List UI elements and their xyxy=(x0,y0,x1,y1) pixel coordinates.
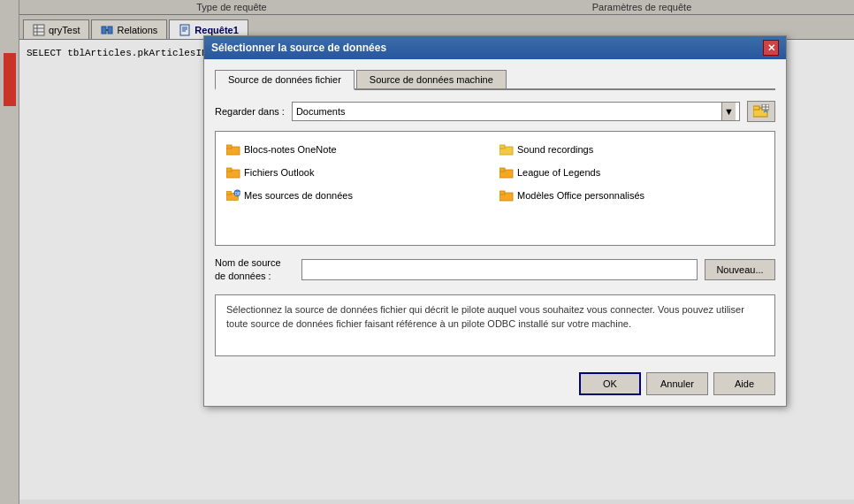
lookin-folder-button[interactable] xyxy=(747,101,775,122)
aide-button[interactable]: Aide xyxy=(713,372,775,395)
dialog-body: Source de données fichier Source de donn… xyxy=(204,59,786,406)
file-item-modeles[interactable]: Modèles Office personnalisés xyxy=(496,185,767,206)
source-name-label: Nom de sourcede données : xyxy=(215,256,294,284)
file-name-fichiers: Fichiers Outlook xyxy=(244,167,314,178)
file-item-league[interactable]: League of Legends xyxy=(496,162,767,183)
select-datasource-dialog: Sélectionner la source de données ✕ Sour… xyxy=(203,35,787,407)
svg-rect-25 xyxy=(226,192,231,195)
svg-rect-23 xyxy=(499,168,505,172)
svg-rect-19 xyxy=(499,145,505,149)
file-item-sound[interactable]: Sound recordings xyxy=(496,139,767,160)
svg-text:DB: DB xyxy=(235,192,240,196)
dialog-close-button[interactable]: ✕ xyxy=(763,40,779,56)
lookin-row: Regarder dans : Documents ▼ xyxy=(215,101,775,122)
dialog-tab-bar: Source de données fichier Source de donn… xyxy=(215,70,775,90)
folder-icon-mes-sources: DB xyxy=(226,189,240,202)
lookin-combo-value: Documents xyxy=(296,106,721,117)
svg-rect-17 xyxy=(226,145,232,149)
annuler-button[interactable]: Annuler xyxy=(646,372,708,395)
folder-icon-league xyxy=(499,166,514,179)
file-item-mes-sources[interactable]: DB Mes sources de données xyxy=(223,185,494,206)
lookin-combo[interactable]: Documents ▼ xyxy=(292,102,740,121)
svg-rect-29 xyxy=(499,191,505,195)
file-name-league: League of Legends xyxy=(517,167,600,178)
lookin-label: Regarder dans : xyxy=(215,106,285,117)
file-item-blocs[interactable]: Blocs-notes OneNote xyxy=(223,139,494,160)
tab-source-fichier[interactable]: Source de données fichier xyxy=(215,70,355,90)
lookin-combo-arrow[interactable]: ▼ xyxy=(721,103,736,120)
folder-icon-modeles xyxy=(499,189,514,202)
nouveau-button[interactable]: Nouveau... xyxy=(705,259,775,280)
svg-rect-12 xyxy=(753,106,759,110)
ok-button[interactable]: OK xyxy=(579,372,641,395)
source-name-input[interactable] xyxy=(301,259,698,280)
dialog-titlebar: Sélectionner la source de données ✕ xyxy=(204,36,786,59)
file-name-sound: Sound recordings xyxy=(517,144,593,155)
file-item-fichiers[interactable]: Fichiers Outlook xyxy=(223,162,494,183)
file-name-mes-sources: Mes sources de données xyxy=(244,190,353,201)
info-text: Sélectionnez la source de données fichie… xyxy=(226,304,744,330)
file-name-blocs: Blocs-notes OneNote xyxy=(244,144,337,155)
folder-icon-sound xyxy=(499,143,514,156)
svg-rect-21 xyxy=(226,168,232,172)
file-browser[interactable]: Blocs-notes OneNote Sound recordings xyxy=(215,131,775,246)
file-name-modeles: Modèles Office personnalisés xyxy=(517,190,644,201)
source-name-row: Nom de sourcede données : Nouveau... xyxy=(215,256,775,284)
folder-icon-fichiers xyxy=(226,166,240,179)
info-box: Sélectionnez la source de données fichie… xyxy=(215,294,775,356)
tab-source-machine[interactable]: Source de données machine xyxy=(356,70,507,88)
folder-icon xyxy=(226,143,240,156)
dialog-footer: OK Annuler Aide xyxy=(215,369,775,395)
dialog-title: Sélectionner la source de données xyxy=(211,42,763,54)
